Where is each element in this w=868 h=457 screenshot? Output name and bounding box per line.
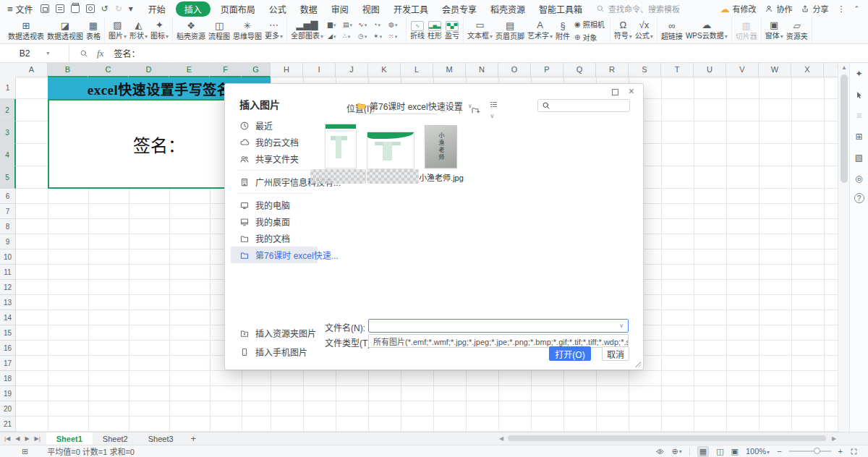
- ribbon-item-wps-cloud-data[interactable]: ☁WPS云数据▾: [684, 20, 729, 41]
- menu-tab[interactable]: 数据: [297, 1, 321, 17]
- sidebar-item-phone-images[interactable]: 插入手机图片: [231, 343, 318, 360]
- row-header-11[interactable]: 11: [0, 265, 16, 280]
- vertical-scrollbar[interactable]: ▲: [838, 63, 849, 432]
- zoom-slider-knob[interactable]: [814, 448, 820, 454]
- ribbon-item-equation[interactable]: √x公式▾: [634, 20, 655, 41]
- share-button[interactable]: 分享: [801, 3, 828, 14]
- open-button[interactable]: 打开(O): [549, 346, 591, 361]
- chart-line-icon[interactable]: ∿▾: [357, 19, 372, 30]
- ribbon-item-hyperlink[interactable]: ∞超链接: [660, 20, 684, 41]
- assistant-icon[interactable]: ✦: [853, 67, 866, 80]
- collapse-ribbon-icon[interactable]: ⌃: [854, 5, 859, 12]
- menu-tab[interactable]: 视图: [359, 1, 383, 17]
- filename-input[interactable]: ∨: [368, 319, 629, 333]
- zoom-out-button[interactable]: −: [777, 447, 781, 456]
- menu-tab[interactable]: 开始: [145, 1, 169, 17]
- sidebar-item-clock[interactable]: 最近: [231, 117, 318, 134]
- sidebar-item-computer[interactable]: 我的电脑: [231, 197, 318, 213]
- scroll-left-icon[interactable]: ◀: [499, 435, 506, 442]
- chart-column-icon[interactable]: ▆▾: [326, 19, 341, 30]
- ribbon-item-all-charts[interactable]: ▂▅▇全部图表▾: [289, 20, 325, 41]
- sidebar-item-shared-folder[interactable]: 共享文件夹: [231, 150, 318, 167]
- column-header-S[interactable]: S: [629, 63, 661, 77]
- chart-pie-icon[interactable]: ◔▾: [372, 19, 387, 30]
- file-thumbnail[interactable]: [325, 124, 357, 168]
- formula-content[interactable]: 签名：: [114, 47, 140, 59]
- column-header-O[interactable]: O: [498, 63, 531, 77]
- ribbon-item-resource-folder[interactable]: ▱资源夹: [785, 20, 809, 41]
- column-header-F[interactable]: F: [210, 63, 242, 77]
- export-icon[interactable]: [56, 4, 64, 13]
- more-menu-icon[interactable]: ⋮: [837, 4, 845, 14]
- print-preview-icon[interactable]: [86, 4, 95, 13]
- dialog-search-input[interactable]: [553, 101, 626, 111]
- sheet-tab-sheet2[interactable]: Sheet2: [93, 432, 138, 445]
- horizontal-scrollbar[interactable]: ◀ ▶: [499, 435, 839, 442]
- column-header-M[interactable]: M: [433, 63, 466, 77]
- chart-radar-icon[interactable]: ✶▾: [372, 30, 387, 42]
- zoom-formula-icon[interactable]: [80, 49, 88, 58]
- image-panel-icon[interactable]: ▨: [853, 151, 866, 164]
- chart-combo-icon[interactable]: ⁙▾: [387, 30, 402, 42]
- ribbon-item-flowchart[interactable]: ◫流程图: [207, 20, 231, 41]
- row-header-15[interactable]: 15: [0, 325, 16, 341]
- menu-tab[interactable]: 智能工具箱: [535, 1, 586, 17]
- column-header-X[interactable]: X: [791, 63, 824, 77]
- ribbon-item-wordart[interactable]: A艺术字▾: [526, 20, 554, 41]
- help-icon[interactable]: ?: [854, 193, 864, 203]
- ribbon-item-object[interactable]: ⊕对象: [574, 32, 605, 43]
- more-actions-icon[interactable]: ▾: [129, 4, 133, 14]
- menu-icon[interactable]: ≡: [7, 4, 13, 14]
- row-header-21[interactable]: 21: [0, 417, 16, 432]
- row-header-4[interactable]: 4: [0, 144, 16, 166]
- new-folder-icon[interactable]: [471, 106, 480, 115]
- column-header-N[interactable]: N: [466, 63, 498, 77]
- file-thumbnail[interactable]: [367, 132, 414, 169]
- ribbon-item-form-controls[interactable]: ▣窗体▾: [764, 20, 785, 41]
- sidebar-item-desktop[interactable]: 我的桌面: [231, 213, 318, 230]
- column-header-A[interactable]: A: [16, 63, 48, 77]
- menu-tab[interactable]: 会员专享: [438, 1, 480, 17]
- chart-area-icon[interactable]: ◢▾: [326, 30, 341, 42]
- cursor-icon[interactable]: [853, 88, 866, 101]
- fullscreen-icon[interactable]: [850, 448, 858, 456]
- file-thumbnail[interactable]: 小渔老师: [425, 125, 457, 168]
- menu-tab[interactable]: 审阅: [328, 1, 352, 17]
- ribbon-item-sparkline-line[interactable]: ∿折线: [409, 20, 426, 40]
- horizontal-scroll-thumb[interactable]: [508, 435, 826, 441]
- scroll-up-icon[interactable]: ▲: [838, 64, 850, 71]
- ribbon-item-pivot-table[interactable]: ⊞数据透视表: [7, 20, 46, 41]
- name-box[interactable]: B2 ▾: [0, 44, 69, 62]
- chart-stock-icon[interactable]: ◍▾: [387, 19, 402, 30]
- row-header-18[interactable]: 18: [0, 371, 16, 386]
- row-header-5[interactable]: 5: [0, 166, 16, 189]
- last-sheet-icon[interactable]: ▶|: [35, 435, 41, 442]
- next-sheet-icon[interactable]: ▶: [25, 435, 29, 442]
- up-icon[interactable]: ↑: [457, 105, 462, 116]
- add-sheet-icon[interactable]: +: [191, 433, 197, 444]
- ribbon-item-sparkline-column[interactable]: ▂▅▃柱形: [426, 20, 443, 40]
- row-header-14[interactable]: 14: [0, 310, 16, 325]
- row-header-3[interactable]: 3: [0, 121, 16, 144]
- chart-doughnut-icon[interactable]: ◷▾: [357, 30, 372, 42]
- row-header-1[interactable]: 1: [0, 77, 16, 99]
- row-header-13[interactable]: 13: [0, 295, 16, 310]
- row-header-7[interactable]: 7: [0, 204, 16, 219]
- menu-tab[interactable]: 稻壳资源: [487, 1, 529, 17]
- cloud-sync-button[interactable]: ☁ 有修改: [720, 3, 756, 14]
- column-header-L[interactable]: L: [401, 63, 433, 77]
- column-header-Y[interactable]: Y: [824, 63, 838, 77]
- chart-bar-icon[interactable]: ▤▾: [341, 19, 357, 30]
- menu-tab[interactable]: 开发工具: [390, 1, 432, 17]
- menu-tab[interactable]: 公式: [265, 1, 290, 17]
- pivot-panel-icon[interactable]: ⊞: [853, 130, 866, 143]
- column-header-E[interactable]: E: [169, 63, 210, 77]
- column-header-V[interactable]: V: [726, 63, 759, 77]
- undo-icon[interactable]: ↺: [101, 4, 109, 14]
- column-header-W[interactable]: W: [759, 63, 791, 77]
- row-header-2[interactable]: 2: [0, 99, 16, 121]
- row-header-9[interactable]: 9: [0, 234, 16, 249]
- location-combobox[interactable]: 第76课时 excel快速设置 ∨: [357, 98, 438, 114]
- row-header-16[interactable]: 16: [0, 341, 16, 356]
- sidebar-item-resource-images[interactable]: 插入资源夹图片: [231, 325, 318, 341]
